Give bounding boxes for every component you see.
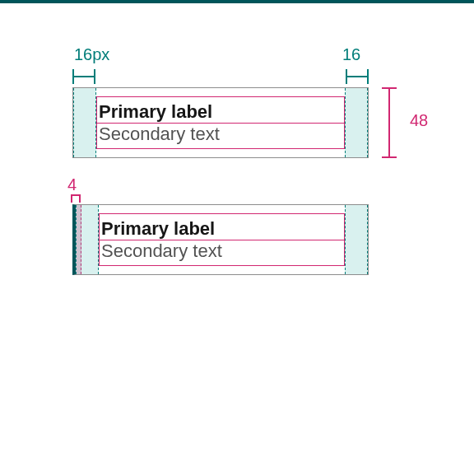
annotation-padding-left: 16px <box>74 46 109 63</box>
dimension-indicator-width <box>71 194 81 203</box>
annotation-indicator-width: 4 <box>67 176 77 193</box>
padding-region-left <box>73 88 96 157</box>
padding-region-left <box>76 205 99 274</box>
annotation-row-height: 48 <box>410 112 428 128</box>
annotation-padding-right: 16 <box>342 46 360 63</box>
tile-default[interactable]: Primary label Secondary text <box>72 87 369 158</box>
tile-secondary-text: Secondary text <box>99 123 342 146</box>
tile-primary-label: Primary label <box>99 100 342 124</box>
tile-selected[interactable]: Primary label Secondary text <box>72 204 369 275</box>
spec-canvas: 16px 16 48 4 Primary label Secondary tex… <box>0 3 474 476</box>
padding-region-right <box>345 88 368 157</box>
tile-text-divider <box>99 240 345 240</box>
tile-text-divider <box>96 123 345 124</box>
tile-secondary-text: Secondary text <box>101 240 342 263</box>
padding-region-right <box>345 205 368 274</box>
dimension-row-height <box>382 87 397 158</box>
tile-primary-label: Primary label <box>101 217 342 240</box>
